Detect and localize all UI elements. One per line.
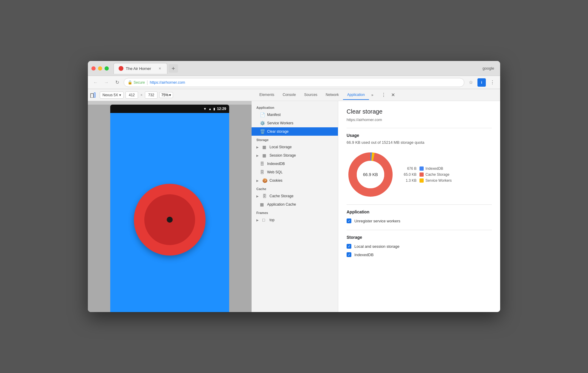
back-button[interactable]: ← xyxy=(91,78,100,87)
device-mode-toggle[interactable] xyxy=(90,92,96,98)
address-input[interactable]: 🔒 Secure | https://airhorner.com xyxy=(124,78,464,87)
tab-favicon xyxy=(119,66,123,71)
tab-application[interactable]: Application xyxy=(343,90,369,100)
expand-arrow-icon: ▶ xyxy=(256,154,259,157)
tab-close-button[interactable]: × xyxy=(157,66,162,71)
panel-url: https://airhorner.com xyxy=(347,117,492,122)
address-bar: ← → ↻ 🔒 Secure | https://airhorner.com ☆… xyxy=(88,76,500,89)
extension-button[interactable]: i xyxy=(477,78,486,87)
legend-color-cache-storage xyxy=(419,172,424,177)
browser-tab[interactable]: The Air Horner × xyxy=(114,63,167,74)
tab-console[interactable]: Console xyxy=(278,90,300,100)
address-url: https://airhorner.com xyxy=(150,80,185,85)
checkbox-label: Unregister service workers xyxy=(354,219,400,223)
sidebar-item-label: Web SQL xyxy=(267,170,283,174)
checkbox-local-session-storage[interactable]: ✓ Local and session storage xyxy=(347,242,492,250)
zoom-chevron-icon: ▾ xyxy=(169,93,171,97)
checkmark-icon: ✓ xyxy=(348,244,350,248)
sidebar-item-manifest[interactable]: 📄 Manifest xyxy=(252,111,338,119)
application-section-label: Application xyxy=(252,103,338,111)
device-name: Nexus 5X xyxy=(102,93,118,97)
traffic-lights xyxy=(91,66,109,71)
sidebar-item-label: Session Storage xyxy=(270,153,296,158)
reload-button[interactable]: ↻ xyxy=(113,78,121,87)
battery-icon: ▮ xyxy=(213,107,215,111)
tab-network[interactable]: Network xyxy=(321,90,343,100)
device-selector[interactable]: Nexus 5X ▾ xyxy=(100,91,124,99)
zoom-selector[interactable]: 75% ▾ xyxy=(159,92,173,98)
application-cache-icon: ▦ xyxy=(260,202,265,207)
sidebar-item-label: top xyxy=(270,218,275,222)
sidebar-item-session-storage[interactable]: ▶ ▦ Session Storage xyxy=(252,151,338,160)
checkmark-icon: ✓ xyxy=(348,219,350,223)
legend-item-cache-storage: 65.0 KB Cache Storage xyxy=(402,172,452,177)
sidebar-item-label: Service Workers xyxy=(267,121,293,125)
tab-sources[interactable]: Sources xyxy=(300,90,321,100)
cache-storage-icon: 🗄 xyxy=(262,194,267,198)
sidebar-item-label: Cache Storage xyxy=(270,194,293,198)
sidebar-item-label: Cookies xyxy=(270,178,282,183)
devtools-toolbar-right: ⋮ ✕ xyxy=(379,91,397,99)
divider xyxy=(347,204,492,205)
zoom-level: 75% xyxy=(161,93,169,97)
maximize-button[interactable] xyxy=(105,66,109,71)
tab-elements[interactable]: Elements xyxy=(255,90,278,100)
preview-pane: ▼ ▲ ▮ 12:29 xyxy=(88,101,252,312)
usage-heading: Usage xyxy=(347,133,492,138)
sidebar-item-local-storage[interactable]: ▶ ▦ Local Storage xyxy=(252,143,338,151)
profile-name: google xyxy=(483,66,497,71)
forward-button[interactable]: → xyxy=(102,78,111,87)
width-input[interactable] xyxy=(125,91,138,99)
device-toolbar: Nexus 5X ▾ × 75% ▾ Elements Console Sour… xyxy=(88,89,500,101)
record-center xyxy=(167,217,173,223)
divider xyxy=(347,230,492,230)
service-workers-icon: ⚙️ xyxy=(260,121,265,126)
checkbox-checked-icon[interactable]: ✓ xyxy=(347,252,351,257)
close-button[interactable] xyxy=(91,66,96,71)
menu-button[interactable]: ⋮ xyxy=(488,78,497,87)
checkbox-indexeddb[interactable]: ✓ IndexedDB xyxy=(347,250,492,259)
sidebar-item-clear-storage[interactable]: 🗑️ Clear storage xyxy=(252,127,338,136)
devtools-close-button[interactable]: ✕ xyxy=(389,91,397,99)
height-input[interactable] xyxy=(145,91,157,99)
checkbox-label: Local and session storage xyxy=(354,244,399,249)
sidebar-item-cache-storage[interactable]: ▶ 🗄 Cache Storage xyxy=(252,192,338,200)
storage-section-label: Storage xyxy=(252,136,338,143)
legend-label: Cache Storage xyxy=(425,172,449,177)
frame-icon: □ xyxy=(262,218,267,222)
new-tab-button[interactable] xyxy=(169,64,178,73)
usage-text: 66.9 KB used out of 15214 MB storage quo… xyxy=(347,140,492,145)
right-panel: Clear storage https://airhorner.com Usag… xyxy=(338,101,500,312)
sidebar-item-cookies[interactable]: ▶ 🍪 Cookies xyxy=(252,176,338,185)
checkbox-checked-icon[interactable]: ✓ xyxy=(347,218,351,223)
application-heading: Application xyxy=(347,210,492,214)
device-status-bar: ▼ ▲ ▮ 12:29 xyxy=(110,105,229,113)
sidebar-item-web-sql[interactable]: 🗄 Web SQL xyxy=(252,168,338,176)
storage-heading: Storage xyxy=(347,235,492,240)
signal-icon: ▲ xyxy=(208,107,212,111)
svg-rect-1 xyxy=(94,93,95,97)
device-frame: ▼ ▲ ▮ 12:29 xyxy=(110,105,229,312)
bookmark-button[interactable]: ☆ xyxy=(467,78,475,87)
lock-icon: 🔒 xyxy=(128,80,132,85)
more-tabs-button[interactable]: » xyxy=(369,92,376,98)
sidebar-item-indexeddb[interactable]: 🗄 IndexedDB xyxy=(252,160,338,168)
sidebar-item-application-cache[interactable]: ▦ Application Cache xyxy=(252,200,338,209)
scrollbar[interactable] xyxy=(88,101,252,105)
sidebar-item-service-workers[interactable]: ⚙️ Service Workers xyxy=(252,119,338,127)
address-right: ☆ i ⋮ xyxy=(467,78,497,87)
url-prefix: https:// xyxy=(150,80,161,85)
tab-title: The Air Horner xyxy=(126,66,155,71)
sidebar-item-label: Local Storage xyxy=(270,145,292,149)
checkbox-unregister-sw[interactable]: ✓ Unregister service workers xyxy=(347,217,492,225)
devtools-more-button[interactable]: ⋮ xyxy=(379,91,388,99)
minimize-button[interactable] xyxy=(98,66,102,71)
devtools-sidebar: Application 📄 Manifest ⚙️ Service Worker… xyxy=(252,101,338,312)
legend-label: IndexedDB xyxy=(425,166,443,171)
sidebar-item-top-frame[interactable]: ▶ □ top xyxy=(252,216,338,224)
checkbox-checked-icon[interactable]: ✓ xyxy=(347,244,351,249)
cache-section-label: Cache xyxy=(252,185,338,192)
legend-value: 676 B xyxy=(402,166,416,171)
application-checkboxes: ✓ Unregister service workers xyxy=(347,217,492,225)
web-sql-icon: 🗄 xyxy=(260,170,265,175)
